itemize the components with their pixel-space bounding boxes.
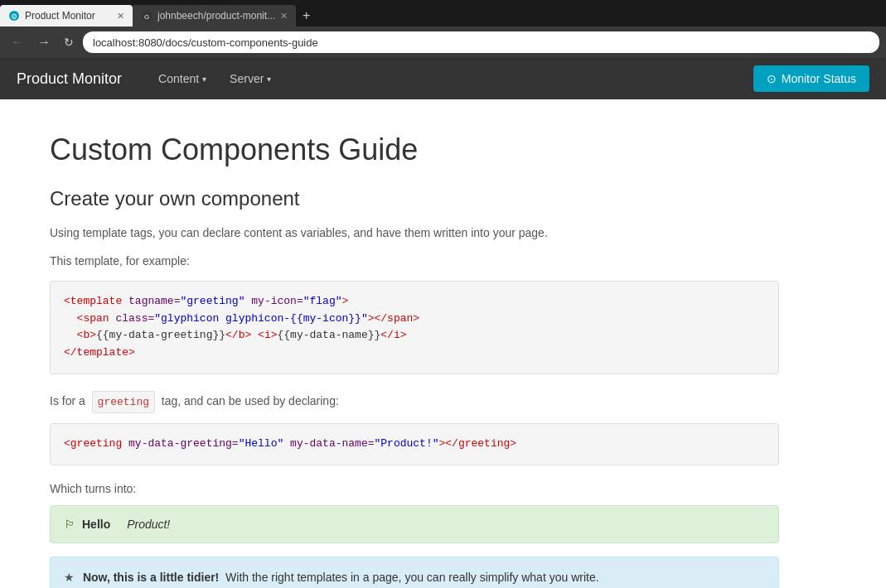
- green-preview-box: 🏳 Hello Product!: [50, 505, 779, 543]
- section1-heading: Create your own component: [50, 187, 779, 210]
- preview-product: Product!: [127, 518, 170, 531]
- code-line-4: </template>: [64, 345, 765, 362]
- info-rest-text: With the right templates in a page, you …: [225, 571, 599, 584]
- code-block-1: <template tagname="greeting" my-icon="fl…: [50, 281, 779, 374]
- info-box: ★ Now, this is a little tidier! With the…: [50, 557, 779, 588]
- browser-toolbar: ← → ↻: [0, 27, 886, 58]
- reload-button[interactable]: ↻: [60, 34, 78, 51]
- code-block-2: <greeting my-data-greeting="Hello" my-da…: [50, 423, 779, 465]
- browser-tabs: ⚙ Product Monitor ✕ G johnbeech/product-…: [0, 0, 886, 27]
- preview-hello: Hello: [82, 518, 110, 531]
- code-line-2: <span class="glyphicon glyphicon-{{my-ic…: [64, 311, 765, 328]
- main-content: Custom Components Guide Create your own …: [0, 99, 829, 588]
- flag-icon: 🏳: [64, 518, 75, 531]
- browser-chrome: ⚙ Product Monitor ✕ G johnbeech/product-…: [0, 0, 886, 58]
- page-title: Custom Components Guide: [50, 133, 779, 167]
- product-monitor-tab-icon: ⚙: [8, 10, 20, 22]
- code-line-3: <b>{{my-data-greeting}}</b> <i>{{my-data…: [64, 327, 765, 345]
- tab2-title: johnbeech/product-monit...: [157, 10, 275, 22]
- content-menu-label: Content: [158, 72, 199, 85]
- tab1-close-icon[interactable]: ✕: [117, 11, 124, 22]
- info-star: ★: [64, 571, 75, 584]
- app-navbar: Product Monitor Content ▾ Server ▾ ⊙ Mon…: [0, 58, 886, 99]
- monitor-status-label: Monitor Status: [782, 72, 856, 85]
- server-menu-label: Server: [230, 72, 264, 85]
- address-bar[interactable]: [83, 31, 879, 53]
- code-block-2-content: <greeting my-data-greeting="Hello" my-da…: [64, 437, 516, 450]
- tab1-title: Product Monitor: [25, 10, 112, 22]
- is-for-after: tag, and can be used by declaring:: [162, 394, 339, 407]
- tab-product-monitor[interactable]: ⚙ Product Monitor ✕: [0, 5, 133, 27]
- is-for-text: Is for a greeting tag, and can be used b…: [50, 391, 779, 413]
- server-dropdown-arrow: ▾: [267, 75, 271, 84]
- tab-github[interactable]: G johnbeech/product-monit... ✕: [133, 5, 296, 27]
- content-menu-item[interactable]: Content ▾: [147, 58, 218, 99]
- monitor-status-button[interactable]: ⊙ Monitor Status: [753, 65, 869, 92]
- content-dropdown-arrow: ▾: [202, 75, 206, 84]
- is-for-before: Is for a: [50, 394, 85, 407]
- monitor-status-icon: ⊙: [767, 72, 777, 85]
- intro-text-1: Using template tags, you can declare con…: [50, 224, 779, 242]
- info-bold-text: Now, this is a little tidier!: [83, 571, 219, 584]
- forward-button[interactable]: →: [33, 33, 55, 51]
- intro2-text: This template, for example:: [50, 254, 190, 267]
- back-button[interactable]: ←: [7, 33, 28, 51]
- server-menu-item[interactable]: Server ▾: [218, 58, 283, 99]
- app-brand[interactable]: Product Monitor: [17, 70, 122, 88]
- greeting-tag-label: greeting: [92, 391, 155, 413]
- intro1-text: Using template tags, you can declare con…: [50, 226, 548, 239]
- nav-menu: Content ▾ Server ▾: [147, 58, 753, 99]
- svg-text:⚙: ⚙: [11, 12, 17, 21]
- new-tab-button[interactable]: +: [296, 5, 317, 27]
- code-line-1: <template tagname="greeting" my-icon="fl…: [64, 293, 765, 311]
- tab2-close-icon[interactable]: ✕: [280, 11, 288, 22]
- which-turns-into-text: Which turns into:: [50, 482, 779, 495]
- github-tab-icon: G: [141, 10, 153, 22]
- intro-text-2: This template, for example:: [50, 252, 779, 270]
- svg-text:G: G: [144, 13, 149, 21]
